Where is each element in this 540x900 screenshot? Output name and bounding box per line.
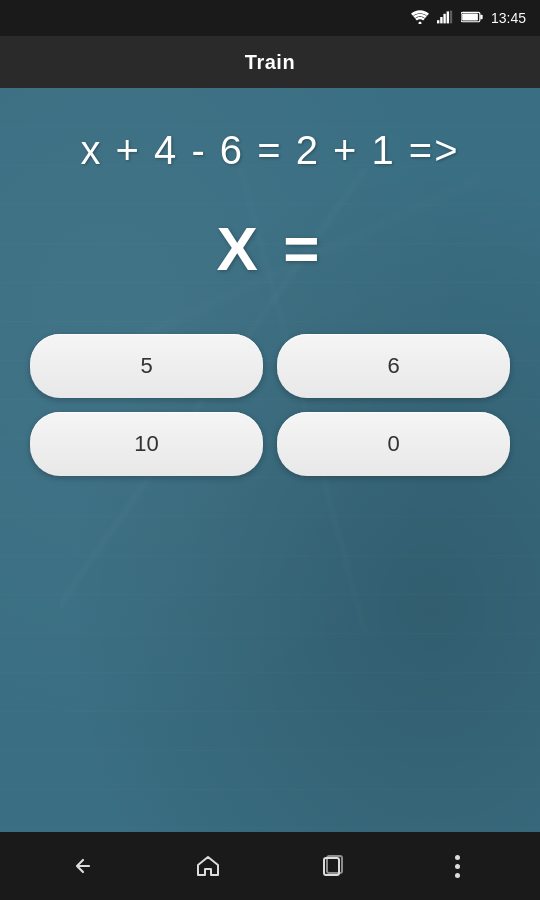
nav-bar (0, 832, 540, 900)
answer-button-5[interactable]: 5 (30, 334, 263, 398)
main-content: x + 4 - 6 = 2 + 1 => X = 56100 (0, 88, 540, 832)
answer-button-6[interactable]: 6 (277, 334, 510, 398)
signal-icon (437, 10, 453, 27)
solve-for-display: X = (217, 213, 324, 284)
answer-button-0[interactable]: 0 (277, 412, 510, 476)
svg-point-0 (418, 21, 421, 24)
action-bar: Train (0, 36, 540, 88)
recents-button[interactable] (303, 841, 363, 891)
menu-button[interactable] (428, 841, 488, 891)
menu-dot-2 (455, 864, 460, 869)
equation-display: x + 4 - 6 = 2 + 1 => (80, 128, 459, 173)
battery-icon (461, 10, 483, 27)
svg-rect-8 (462, 13, 478, 20)
wifi-icon (411, 10, 429, 27)
status-time: 13:45 (491, 10, 526, 26)
menu-dot-3 (455, 873, 460, 878)
answer-grid: 56100 (30, 334, 510, 476)
svg-rect-5 (450, 10, 452, 23)
svg-rect-4 (447, 11, 449, 23)
answer-button-10[interactable]: 10 (30, 412, 263, 476)
svg-rect-1 (437, 20, 439, 23)
svg-rect-7 (480, 14, 482, 19)
action-bar-title: Train (245, 51, 295, 74)
svg-rect-2 (440, 17, 442, 23)
home-button[interactable] (178, 841, 238, 891)
svg-rect-3 (443, 13, 445, 23)
back-button[interactable] (53, 841, 113, 891)
menu-dot-1 (455, 855, 460, 860)
status-bar: 13:45 (0, 0, 540, 36)
